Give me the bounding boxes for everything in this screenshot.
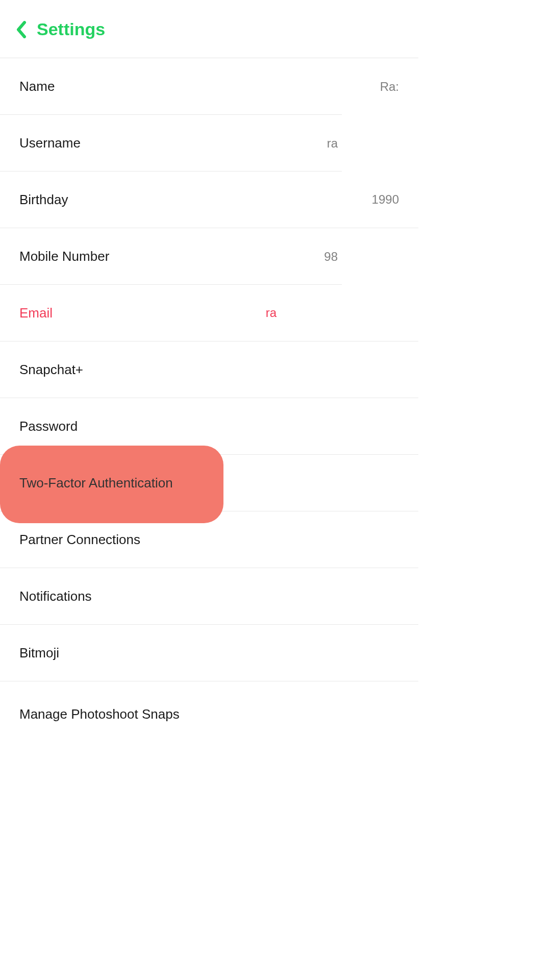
row-label: Snapchat+ xyxy=(19,362,83,378)
header: Settings xyxy=(0,0,418,55)
page-title: Settings xyxy=(37,19,105,39)
row-label: Manage Photoshoot Snaps xyxy=(19,706,180,722)
row-label: Partner Connections xyxy=(19,532,140,548)
settings-list: Name Ra: Username ra Birthday 1990 Mobil… xyxy=(0,58,418,722)
row-label: Two-Factor Authentication xyxy=(19,475,173,491)
row-label: Username xyxy=(19,135,81,151)
settings-row-snapchat-plus[interactable]: Snapchat+ xyxy=(0,341,418,398)
settings-row-username[interactable]: Username ra xyxy=(0,115,418,172)
settings-row-mobile[interactable]: Mobile Number 98 xyxy=(0,228,418,285)
row-label: Bitmoji xyxy=(19,645,59,661)
settings-row-bitmoji[interactable]: Bitmoji xyxy=(0,625,418,681)
back-icon[interactable] xyxy=(15,21,28,38)
row-value: 98 xyxy=(324,250,338,264)
row-value: ra xyxy=(327,136,338,151)
row-label: Password xyxy=(19,419,78,434)
row-label: Mobile Number xyxy=(19,249,109,264)
settings-row-email[interactable]: Email ra xyxy=(0,285,418,341)
row-label: Birthday xyxy=(19,192,68,208)
settings-row-birthday[interactable]: Birthday 1990 xyxy=(0,172,418,228)
row-value: ra xyxy=(266,306,277,320)
row-value: Ra: xyxy=(380,80,399,94)
row-value: 1990 xyxy=(372,192,399,207)
row-label: Notifications xyxy=(19,589,92,604)
settings-row-two-factor[interactable]: Two-Factor Authentication xyxy=(0,455,418,511)
row-label: Name xyxy=(19,79,55,94)
settings-row-name[interactable]: Name Ra: xyxy=(0,58,418,115)
settings-row-manage-snaps[interactable]: Manage Photoshoot Snaps xyxy=(0,681,418,722)
row-label: Email xyxy=(19,305,53,321)
settings-row-notifications[interactable]: Notifications xyxy=(0,568,418,625)
